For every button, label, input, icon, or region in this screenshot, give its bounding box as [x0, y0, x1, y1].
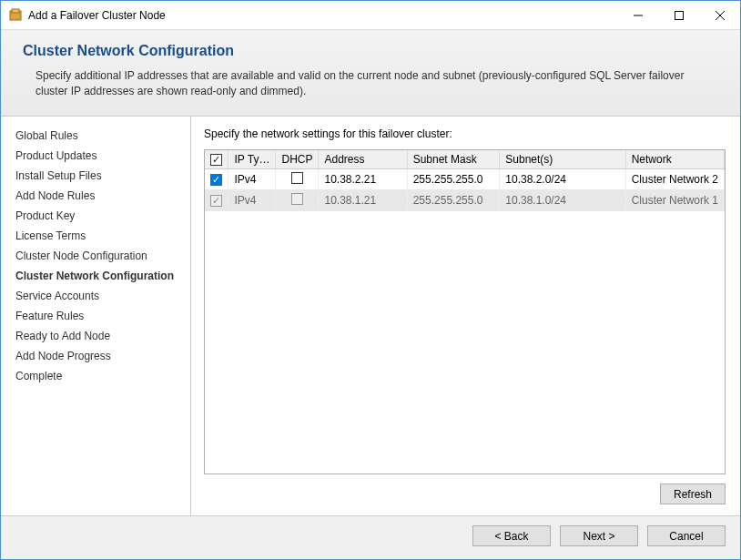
- sidebar-step[interactable]: Cluster Node Configuration: [10, 246, 181, 266]
- grid-row[interactable]: IPv410.38.1.21255.255.255.010.38.1.0/24C…: [205, 189, 725, 210]
- sidebar-step[interactable]: Cluster Network Configuration: [10, 266, 181, 286]
- cell-iptype: IPv4: [228, 189, 276, 210]
- minimize-button[interactable]: [617, 2, 658, 28]
- cell-address[interactable]: 10.38.2.21: [319, 168, 407, 189]
- window-title: Add a Failover Cluster Node: [28, 9, 617, 22]
- sidebar-step[interactable]: Global Rules: [10, 126, 181, 146]
- wizard-header: Cluster Network Configuration Specify ad…: [1, 29, 740, 117]
- col-iptype[interactable]: IP Ty…: [228, 150, 276, 169]
- refresh-row: Refresh: [204, 474, 726, 504]
- main-panel: Specify the network settings for this fa…: [190, 117, 740, 515]
- back-button[interactable]: < Back: [472, 525, 551, 546]
- svg-rect-3: [675, 11, 683, 19]
- close-button[interactable]: [699, 2, 740, 28]
- app-icon: [8, 8, 23, 23]
- refresh-button[interactable]: Refresh: [660, 484, 726, 504]
- col-check[interactable]: [205, 150, 228, 169]
- titlebar: Add a Failover Cluster Node: [1, 1, 740, 29]
- row-checkbox[interactable]: [210, 174, 222, 186]
- col-dhcp[interactable]: DHCP: [276, 150, 319, 169]
- cell-network: Cluster Network 2: [625, 168, 724, 189]
- col-address[interactable]: Address: [319, 150, 407, 169]
- instruction-text: Specify the network settings for this fa…: [204, 127, 726, 140]
- grid-row[interactable]: IPv410.38.2.21255.255.255.010.38.2.0/24C…: [205, 168, 725, 189]
- check-all-checkbox[interactable]: [210, 154, 222, 166]
- sidebar-step[interactable]: Product Updates: [10, 146, 181, 166]
- col-mask[interactable]: Subnet Mask: [407, 150, 500, 169]
- grid-header-row: IP Ty… DHCP Address Subnet Mask Subnet(s…: [205, 150, 725, 169]
- dhcp-checkbox: [291, 193, 303, 205]
- cell-network: Cluster Network 1: [625, 189, 724, 210]
- sidebar-step[interactable]: Ready to Add Node: [10, 326, 181, 346]
- col-subnets[interactable]: Subnet(s): [500, 150, 625, 169]
- row-checkbox: [210, 195, 222, 207]
- cell-subnets: 10.38.1.0/24: [500, 189, 625, 210]
- next-button[interactable]: Next >: [560, 525, 638, 546]
- cell-subnets: 10.38.2.0/24: [500, 168, 625, 189]
- cell-mask[interactable]: 255.255.255.0: [407, 168, 500, 189]
- sidebar-step[interactable]: License Terms: [10, 226, 181, 246]
- cell-address: 10.38.1.21: [319, 189, 407, 210]
- cancel-button[interactable]: Cancel: [647, 525, 726, 546]
- dhcp-checkbox[interactable]: [291, 172, 303, 184]
- sidebar-step[interactable]: Install Setup Files: [10, 166, 181, 186]
- sidebar-step[interactable]: Service Accounts: [10, 286, 181, 306]
- cell-mask: 255.255.255.0: [407, 189, 500, 210]
- sidebar-step[interactable]: Product Key: [10, 206, 181, 226]
- col-network[interactable]: Network: [625, 150, 724, 169]
- svg-rect-1: [12, 9, 19, 13]
- wizard-body: Global RulesProduct UpdatesInstall Setup…: [1, 117, 740, 515]
- wizard-footer: < Back Next > Cancel: [1, 515, 740, 559]
- sidebar-step[interactable]: Complete: [10, 366, 181, 386]
- sidebar-step[interactable]: Add Node Progress: [10, 346, 181, 366]
- network-grid[interactable]: IP Ty… DHCP Address Subnet Mask Subnet(s…: [204, 149, 726, 474]
- window-controls: [617, 2, 740, 28]
- sidebar-step[interactable]: Add Node Rules: [10, 186, 181, 206]
- sidebar-step[interactable]: Feature Rules: [10, 306, 181, 326]
- wizard-steps-sidebar: Global RulesProduct UpdatesInstall Setup…: [1, 117, 190, 515]
- maximize-button[interactable]: [658, 2, 699, 28]
- page-title: Cluster Network Configuration: [23, 43, 718, 59]
- page-description: Specify additional IP addresses that are…: [23, 68, 718, 99]
- cell-iptype: IPv4: [228, 168, 276, 189]
